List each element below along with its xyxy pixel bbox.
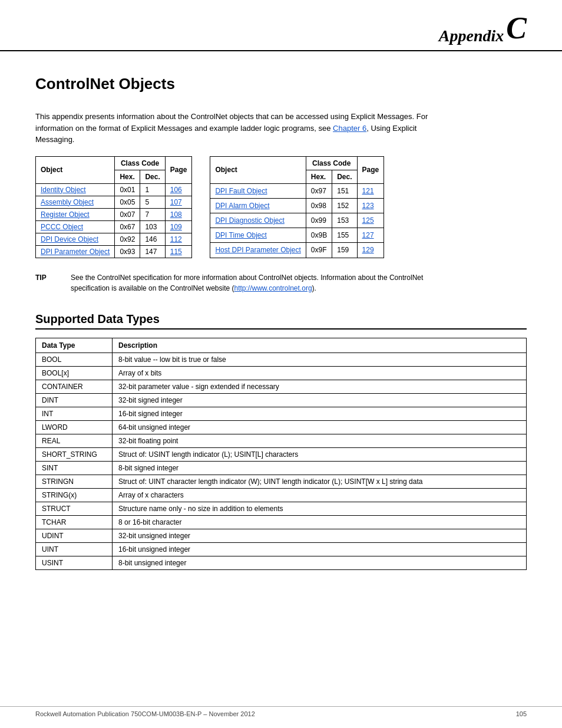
table-row: TCHAR8 or 16-bit character bbox=[36, 515, 527, 529]
header-bar: AppendixC bbox=[0, 0, 562, 51]
page-number: 112 bbox=[165, 233, 192, 245]
page-link[interactable]: 107 bbox=[170, 198, 182, 206]
dec-code: 153 bbox=[332, 213, 357, 228]
table-row: INT16-bit signed integer bbox=[36, 407, 527, 420]
controlnet-link[interactable]: http://www.controlnet.org bbox=[234, 284, 312, 292]
object-link[interactable]: PCCC Object bbox=[41, 223, 83, 231]
data-type-name: SHORT_STRING bbox=[36, 447, 113, 461]
page-link[interactable]: 112 bbox=[170, 235, 182, 243]
data-type-description: 32-bit floating point bbox=[113, 434, 527, 447]
hex-code: 0x99 bbox=[306, 213, 332, 228]
table-row: CONTAINER32-bit parameter value - sign e… bbox=[36, 380, 527, 393]
data-type-description: 16-bit unsigned integer bbox=[113, 542, 527, 556]
object-link[interactable]: DPI Fault Object bbox=[215, 187, 267, 195]
object-link[interactable]: Assembly Object bbox=[41, 198, 94, 206]
chapter6-link[interactable]: Chapter 6 bbox=[333, 124, 366, 133]
data-type-name: REAL bbox=[36, 434, 113, 447]
table-row: LWORD64-bit unsigned integer bbox=[36, 420, 527, 434]
dec-code: 155 bbox=[332, 228, 357, 243]
hex-code: 0x92 bbox=[115, 233, 140, 245]
object-link[interactable]: DPI Time Object bbox=[215, 231, 266, 239]
data-type-description: Struct of: UINT character length indicat… bbox=[113, 475, 527, 488]
object-link[interactable]: DPI Alarm Object bbox=[215, 202, 269, 210]
table-row: Host DPI Parameter Object0x9F159129 bbox=[210, 243, 384, 258]
table-row: DPI Fault Object0x97151121 bbox=[210, 183, 384, 198]
data-type-name: LWORD bbox=[36, 420, 113, 434]
object-link[interactable]: Host DPI Parameter Object bbox=[215, 246, 300, 254]
right-col-dec: Dec. bbox=[332, 170, 357, 183]
page-link[interactable]: 108 bbox=[170, 210, 182, 219]
table-row: DINT32-bit signed integer bbox=[36, 393, 527, 407]
object-link[interactable]: Register Object bbox=[41, 210, 90, 219]
hex-code: 0x01 bbox=[115, 183, 140, 196]
data-type-description: 8-bit signed integer bbox=[113, 461, 527, 475]
object-name: Host DPI Parameter Object bbox=[210, 243, 306, 258]
table-row: SHORT_STRINGStruct of: USINT length indi… bbox=[36, 447, 527, 461]
hex-code: 0x93 bbox=[115, 245, 140, 258]
data-type-description: 16-bit signed integer bbox=[113, 407, 527, 420]
appendix-label: AppendixC bbox=[439, 11, 527, 45]
page-number: 108 bbox=[165, 208, 192, 220]
object-name: DPI Alarm Object bbox=[210, 198, 306, 213]
object-name: DPI Fault Object bbox=[210, 183, 306, 198]
data-type-description: 8-bit value -- low bit is true or false bbox=[113, 353, 527, 366]
data-type-name: STRUCT bbox=[36, 502, 113, 515]
hex-code: 0x9B bbox=[306, 228, 332, 243]
hex-code: 0x98 bbox=[306, 198, 332, 213]
page-link[interactable]: 121 bbox=[362, 187, 374, 195]
table-row: DPI Device Object0x92146112 bbox=[36, 233, 192, 245]
page-link[interactable]: 109 bbox=[170, 223, 182, 231]
tip-label: TIP bbox=[35, 272, 59, 294]
hex-code: 0x05 bbox=[115, 196, 140, 208]
data-type-name: INT bbox=[36, 407, 113, 420]
page-link[interactable]: 106 bbox=[170, 186, 182, 194]
page-link[interactable]: 129 bbox=[362, 246, 374, 254]
table-row: USINT8-bit unsigned integer bbox=[36, 556, 527, 569]
hex-code: 0x67 bbox=[115, 220, 140, 233]
page-number: 127 bbox=[357, 228, 384, 243]
right-col-classcode: Class Code bbox=[306, 156, 357, 170]
data-type-name: BOOL bbox=[36, 353, 113, 366]
data-type-description: Structure name only - no size in additio… bbox=[113, 502, 527, 515]
table-row: Register Object0x077108 bbox=[36, 208, 192, 220]
left-col-classcode: Class Code bbox=[115, 156, 165, 170]
page-footer: Rockwell Automation Publication 750COM-U… bbox=[0, 706, 562, 717]
dec-code: 146 bbox=[140, 233, 165, 245]
data-type-description: Struct of: USINT length indicator (L); U… bbox=[113, 447, 527, 461]
dec-code: 5 bbox=[140, 196, 165, 208]
data-type-description: 32-bit signed integer bbox=[113, 393, 527, 407]
object-link[interactable]: DPI Device Object bbox=[41, 235, 98, 243]
object-link[interactable]: DPI Diagnostic Object bbox=[215, 216, 284, 225]
dt-col-type: Data Type bbox=[36, 338, 113, 353]
page-link[interactable]: 123 bbox=[362, 202, 374, 210]
tip-text: See the ControlNet specification for mor… bbox=[71, 272, 448, 294]
page-number: 115 bbox=[165, 245, 192, 258]
object-name: DPI Time Object bbox=[210, 228, 306, 243]
table-row: DPI Alarm Object0x98152123 bbox=[210, 198, 384, 213]
data-type-name: CONTAINER bbox=[36, 380, 113, 393]
object-link[interactable]: Identity Object bbox=[41, 186, 86, 194]
table-row: BOOL[x]Array of x bits bbox=[36, 366, 527, 380]
object-name: DPI Device Object bbox=[36, 233, 115, 245]
data-type-description: 32-bit unsigned integer bbox=[113, 529, 527, 542]
table-row: Assembly Object0x055107 bbox=[36, 196, 192, 208]
object-link[interactable]: DPI Parameter Object bbox=[41, 248, 110, 256]
hex-code: 0x97 bbox=[306, 183, 332, 198]
left-col-object: Object bbox=[36, 156, 115, 183]
table-row: DPI Parameter Object0x93147115 bbox=[36, 245, 192, 258]
page-link[interactable]: 115 bbox=[170, 248, 182, 256]
table-row: BOOL8-bit value -- low bit is true or fa… bbox=[36, 353, 527, 366]
dt-col-desc: Description bbox=[113, 338, 527, 353]
data-type-name: UDINT bbox=[36, 529, 113, 542]
object-name: Register Object bbox=[36, 208, 115, 220]
data-type-description: 32-bit parameter value - sign extended i… bbox=[113, 380, 527, 393]
dec-code: 7 bbox=[140, 208, 165, 220]
left-col-hex: Hex. bbox=[115, 170, 140, 183]
table-row: DPI Time Object0x9B155127 bbox=[210, 228, 384, 243]
dec-code: 103 bbox=[140, 220, 165, 233]
object-name: PCCC Object bbox=[36, 220, 115, 233]
object-name: DPI Diagnostic Object bbox=[210, 213, 306, 228]
page-link[interactable]: 127 bbox=[362, 231, 374, 239]
page-link[interactable]: 125 bbox=[362, 216, 374, 225]
appendix-word: Appendix bbox=[439, 27, 504, 45]
